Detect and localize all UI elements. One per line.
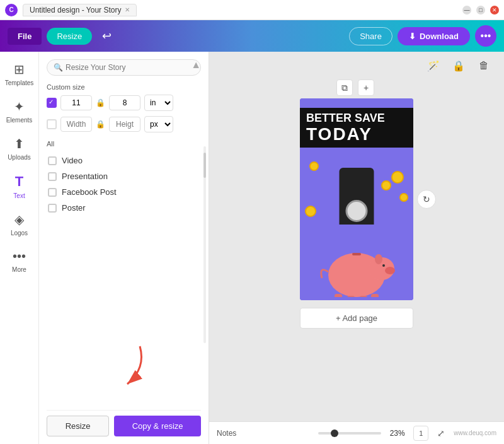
svg-point-5 (375, 254, 382, 264)
sidebar-item-label: More (12, 266, 26, 273)
left-sidebar: ⊞ Templates ✦ Elements ⬆ Uploads T Text … (0, 52, 39, 444)
slider-track (318, 432, 381, 435)
cat-label-facebook: Facebook Post (62, 187, 117, 197)
unit-select-2[interactable]: px in cm (144, 116, 173, 132)
uploads-icon: ⬆ (14, 136, 25, 151)
category-video[interactable]: Video (47, 153, 201, 168)
download-label: Download (420, 32, 459, 41)
sidebar-item-elements[interactable]: ✦ Elements (3, 94, 37, 129)
height-input[interactable] (109, 95, 140, 110)
resize-buttons: Resize Copy & resize (47, 410, 201, 436)
share-button[interactable]: Share (349, 27, 392, 45)
tool-lock-button[interactable]: 🔒 (449, 56, 469, 76)
all-label: All (47, 140, 201, 148)
sidebar-item-uploads[interactable]: ⬆ Uploads (3, 131, 37, 166)
slider-thumb (331, 429, 338, 437)
sidebar-item-text[interactable]: T Text (3, 168, 37, 204)
add-card-button[interactable]: + (358, 79, 374, 96)
undo-button[interactable]: ↩ (97, 26, 117, 45)
sidebar-item-label: Uploads (8, 154, 31, 161)
close-button[interactable]: ✕ (490, 6, 499, 15)
width-input-2[interactable] (60, 117, 92, 132)
piggy-bank-graphic (316, 228, 398, 297)
svg-rect-8 (360, 296, 367, 297)
logos-icon: ◈ (14, 212, 24, 227)
cat-checkbox-presentation[interactable] (48, 172, 57, 181)
search-icon: 🔍 (54, 63, 63, 72)
sidebar-item-more[interactable]: ••• More (3, 244, 37, 278)
resize-button[interactable]: Resize (47, 28, 92, 45)
height-input-2[interactable] (109, 117, 140, 132)
search-bar[interactable]: 🔍 (47, 59, 201, 76)
elements-icon: ✦ (14, 99, 25, 114)
more-options-button[interactable]: ••• (475, 25, 496, 47)
page-indicator[interactable]: 1 (413, 426, 428, 441)
window-controls: — □ ✕ (462, 6, 499, 15)
cat-checkbox-poster[interactable] (48, 204, 57, 213)
tab[interactable]: Untitled design - Your Story ✕ (23, 4, 137, 16)
coin-5 (305, 206, 316, 217)
main-layout: ⊞ Templates ✦ Elements ⬆ Uploads T Text … (0, 52, 504, 444)
category-facebook-post[interactable]: Facebook Post (47, 184, 201, 200)
resize-button-action[interactable]: Resize (47, 416, 109, 436)
more-icon: ••• (13, 249, 26, 264)
sidebar-item-templates[interactable]: ⊞ Templates (3, 57, 37, 91)
width-input[interactable] (60, 95, 92, 110)
notes-label[interactable]: Notes (217, 429, 236, 438)
app-logo: C (5, 4, 18, 16)
unit-select-1[interactable]: in px cm (144, 95, 173, 111)
text-icon: T (15, 173, 23, 190)
download-button[interactable]: ⬇ Download (398, 27, 470, 45)
search-input[interactable] (66, 63, 194, 72)
tool-trash-button[interactable]: 🗑 (474, 56, 494, 76)
copy-card-button[interactable]: ⧉ (336, 79, 353, 96)
size-checkbox-1[interactable] (47, 98, 57, 108)
size-row-1: 🔒 in px cm (47, 95, 201, 111)
svg-point-4 (382, 264, 385, 267)
card-background: BETTER SAVE TODAY (300, 98, 413, 300)
copy-resize-button[interactable]: Copy & resize (114, 416, 201, 436)
top-toolbar: File Resize ↩ Share ⬇ Download ••• (0, 20, 504, 52)
templates-icon: ⊞ (14, 62, 25, 77)
canvas-top-toolbar: 🪄 🔒 🗑 (209, 52, 504, 79)
svg-rect-6 (335, 294, 342, 297)
refresh-button[interactable]: ↻ (417, 190, 436, 209)
coin-3 (399, 193, 408, 202)
category-presentation[interactable]: Presentation (47, 168, 201, 184)
sidebar-item-label: Logos (11, 230, 28, 237)
scroll-up-icon[interactable]: ▲ (191, 59, 201, 71)
more-icon: ••• (481, 30, 491, 42)
svg-rect-7 (347, 296, 355, 297)
coin-2 (381, 180, 391, 190)
svg-rect-9 (371, 294, 379, 297)
design-card[interactable]: BETTER SAVE TODAY (300, 98, 413, 300)
cat-label-video: Video (62, 156, 83, 165)
cat-checkbox-facebook[interactable] (48, 188, 57, 197)
file-button[interactable]: File (8, 28, 42, 45)
sidebar-item-logos[interactable]: ◈ Logos (3, 207, 37, 242)
canvas-area: 🪄 🔒 🗑 ⧉ + BETTER SAVE TODAY (209, 52, 504, 444)
card-text-today: TODAY (306, 125, 407, 144)
cat-label-poster: Poster (62, 203, 86, 213)
expand-button[interactable]: ⤢ (433, 426, 449, 441)
cat-checkbox-video[interactable] (48, 156, 57, 165)
zoom-level: 23% (386, 429, 408, 438)
size-checkbox-2[interactable] (47, 119, 57, 129)
custom-size-label: Custom size (47, 83, 201, 91)
minimize-button[interactable]: — (462, 6, 471, 15)
download-icon: ⬇ (409, 32, 416, 41)
tool-wand-button[interactable]: 🪄 (423, 56, 444, 76)
zoom-slider[interactable] (318, 432, 381, 435)
tab-close-icon[interactable]: ✕ (125, 6, 130, 13)
bottom-bar: Notes 23% 1 ⤢ www.deuq.com (209, 421, 504, 444)
sidebar-item-label: Elements (6, 117, 33, 124)
lock-icon: 🔒 (96, 98, 105, 107)
add-page-button[interactable]: + Add page (300, 308, 413, 329)
category-poster[interactable]: Poster (47, 200, 201, 216)
tab-title: Untitled design - Your Story (30, 6, 121, 15)
lock-icon-2: 🔒 (96, 120, 105, 129)
scroll-thumb (203, 153, 206, 178)
maximize-button[interactable]: □ (476, 6, 485, 15)
watermark: www.deuq.com (454, 429, 496, 436)
scrollbar (203, 146, 206, 343)
